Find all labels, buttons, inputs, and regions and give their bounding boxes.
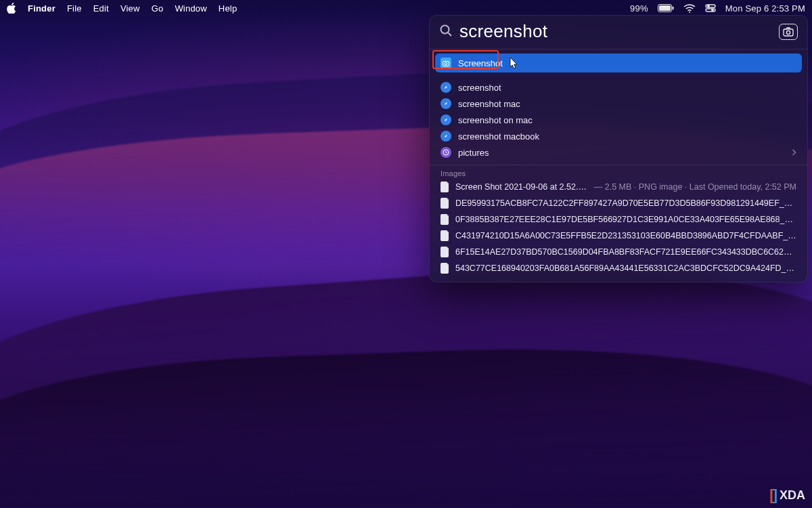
svg-rect-4 [706,5,715,7]
screenshot-app-icon[interactable] [779,24,798,40]
svg-point-6 [707,5,708,7]
image-result-item[interactable]: Screen Shot 2021-09-06 at 2.52.44 PM — 2… [430,179,807,195]
search-icon [439,24,453,40]
image-result-item[interactable]: 0F3885B387E27EEE28C1E97DE5BF566927D1C3E9… [430,211,807,228]
top-hit-label: Screenshot [458,58,503,68]
datetime[interactable]: Mon Sep 6 2:53 PM [725,3,805,14]
svg-point-13 [445,62,447,65]
xda-watermark: [] XDA [769,486,805,504]
clock-icon [441,147,451,158]
menu-view[interactable]: View [120,3,140,14]
active-app-name[interactable]: Finder [28,3,55,14]
screenshot-app-small-icon [441,58,451,68]
image-file-icon [441,214,450,225]
svg-rect-10 [784,29,793,36]
menu-file[interactable]: File [67,3,82,14]
svg-rect-12 [443,61,449,66]
suggestion-label: screenshot mac [458,99,520,109]
svg-point-7 [711,9,713,11]
svg-point-3 [689,12,690,13]
image-result-name: 0F3885B387E27EEE28C1E97DE5BF566927D1C3E9… [455,215,796,224]
image-file-icon [441,182,450,192]
suggestion-item[interactable]: screenshot macbook [430,128,807,144]
battery-icon[interactable] [658,4,674,12]
image-file-icon [441,263,450,274]
suggestion-item[interactable]: screenshot [430,79,807,96]
spotlight-suggestions: screenshot screenshot mac screenshot on … [430,77,807,165]
svg-rect-1 [659,5,671,11]
image-result-item[interactable]: DE95993175ACB8FC7A122C2FF897427A9D70E5EB… [430,195,807,211]
chevron-right-icon [792,148,796,158]
images-section-label: Images [430,165,807,179]
image-result-item[interactable]: 6F15E14AE27D37BD570BC1569D04FBA8BF83FACF… [430,244,807,260]
suggestion-label: screenshot macbook [458,131,539,142]
safari-icon [441,82,451,93]
suggestion-label: screenshot on mac [458,115,533,125]
image-file-icon [441,247,450,257]
menu-window[interactable]: Window [175,3,206,14]
watermark-text: XDA [780,488,805,503]
spotlight-search-input[interactable] [459,21,772,42]
suggestion-item[interactable]: screenshot on mac [430,112,807,128]
svg-rect-2 [672,7,673,10]
image-result-item[interactable]: C431974210D15A6A00C73E5FFB5E2D231353103E… [430,228,807,244]
svg-point-8 [441,25,449,33]
svg-line-9 [449,33,452,36]
suggestion-label: screenshot [458,83,501,93]
spotlight-search-row [430,16,807,49]
menu-bar: Finder File Edit View Go Window Help 99%… [0,0,812,16]
suggestion-item-pictures[interactable]: pictures [430,144,807,161]
battery-percent[interactable]: 99% [630,3,648,14]
control-center-icon[interactable] [705,4,716,12]
spotlight-images-list: Screen Shot 2021-09-06 at 2.52.44 PM — 2… [430,179,807,282]
image-result-name: Screen Shot 2021-09-06 at 2.52.44 PM [455,182,589,192]
safari-icon [441,131,451,142]
apple-menu-icon[interactable] [7,3,16,14]
wifi-icon[interactable] [683,4,696,13]
image-result-name: 543C77CE168940203FA0B681A56F89AA43441E56… [455,263,796,273]
menu-go[interactable]: Go [152,3,164,14]
image-result-meta: — 2.5 MB · PNG image · Last Opened today… [594,182,796,192]
image-file-icon [441,230,450,241]
safari-icon [441,98,451,109]
mouse-cursor-icon [510,57,519,69]
suggestion-label: pictures [458,148,489,158]
image-result-name: C431974210D15A6A00C73E5FFB5E2D231353103E… [455,231,796,240]
safari-icon [441,114,451,125]
image-result-item[interactable]: 543C77CE168940203FA0B681A56F89AA43441E56… [430,260,807,276]
menu-edit[interactable]: Edit [93,3,109,14]
spotlight-top-hit[interactable]: Screenshot [435,54,802,72]
spotlight-panel: Screenshot screenshot screenshot mac scr… [429,15,808,282]
image-file-icon [441,198,450,209]
svg-rect-5 [706,9,715,12]
menu-help[interactable]: Help [219,3,238,14]
image-result-name: 6F15E14AE27D37BD570BC1569D04FBA8BF83FACF… [455,247,796,257]
image-result-name: DE95993175ACB8FC7A122C2FF897427A9D70E5EB… [455,198,796,208]
svg-point-11 [786,30,790,34]
suggestion-item[interactable]: screenshot mac [430,96,807,112]
